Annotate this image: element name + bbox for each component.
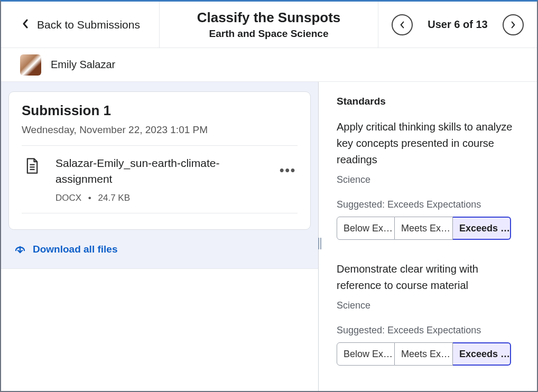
rating-button[interactable]: Meets Ex… bbox=[395, 217, 453, 240]
course-name: Earth and Space Science bbox=[209, 28, 329, 40]
standards-panel: Standards Apply critical thinking skills… bbox=[318, 82, 537, 391]
file-more-actions-button[interactable]: ••• bbox=[280, 155, 298, 178]
student-name: Emily Salazar bbox=[51, 59, 115, 71]
submission-title: Submission 1 bbox=[22, 102, 298, 119]
download-all-label: Download all files bbox=[33, 244, 117, 255]
next-user-button[interactable] bbox=[503, 14, 524, 35]
file-row[interactable]: Salazar-Emily_sun-earth-climate-assignme… bbox=[22, 145, 298, 213]
top-bar: Back to Submissions Classify the Sunspot… bbox=[1, 2, 537, 48]
back-label: Back to Submissions bbox=[37, 18, 140, 31]
rating-button-group: Below Ex…Meets Ex…Exceeds … bbox=[337, 342, 519, 366]
download-all-files-link[interactable]: Download all files bbox=[8, 230, 311, 268]
standards-heading: Standards bbox=[337, 96, 519, 107]
standard-suggested: Suggested: Exceeds Expectations bbox=[337, 199, 519, 210]
avatar bbox=[20, 54, 41, 76]
assignment-title: Classify the Sunspots bbox=[197, 10, 341, 26]
download-icon bbox=[14, 242, 26, 257]
standard-description: Demonstrate clear writing with reference… bbox=[337, 261, 519, 294]
file-size: 24.7 KB bbox=[98, 193, 131, 203]
standard-item: Demonstrate clear writing with reference… bbox=[337, 261, 519, 366]
standard-subject: Science bbox=[337, 300, 519, 311]
file-name: Salazar-Emily_sun-earth-climate-assignme… bbox=[55, 155, 267, 188]
file-meta: Salazar-Emily_sun-earth-climate-assignme… bbox=[55, 155, 267, 203]
rating-button[interactable]: Exceeds … bbox=[453, 217, 511, 240]
back-to-submissions-link[interactable]: Back to Submissions bbox=[1, 2, 160, 48]
user-position-label: User 6 of 13 bbox=[428, 18, 487, 31]
standard-item: Apply critical thinking skills to analyz… bbox=[337, 119, 519, 240]
student-header-row: Emily Salazar bbox=[1, 48, 537, 82]
document-icon bbox=[22, 155, 43, 174]
assignment-title-block: Classify the Sunspots Earth and Space Sc… bbox=[160, 2, 378, 48]
rating-button[interactable]: Below Ex… bbox=[337, 217, 395, 240]
submission-panel: Submission 1 Wednesday, November 22, 202… bbox=[1, 82, 318, 391]
chevron-left-icon bbox=[22, 18, 29, 31]
rating-button[interactable]: Meets Ex… bbox=[395, 342, 453, 366]
panel-resize-handle[interactable] bbox=[318, 237, 321, 250]
user-pager: User 6 of 13 bbox=[378, 2, 537, 48]
file-subinfo: DOCX • 24.7 KB bbox=[55, 193, 267, 203]
submission-card: Submission 1 Wednesday, November 22, 202… bbox=[8, 91, 311, 230]
submission-date: Wednesday, November 22, 2023 1:01 PM bbox=[22, 124, 298, 136]
rating-button[interactable]: Below Ex… bbox=[337, 342, 395, 366]
rating-button[interactable]: Exceeds … bbox=[453, 342, 511, 366]
separator-dot: • bbox=[88, 193, 91, 203]
previous-user-button[interactable] bbox=[392, 14, 413, 35]
rating-button-group: Below Ex…Meets Ex…Exceeds … bbox=[337, 217, 519, 240]
standard-subject: Science bbox=[337, 174, 519, 185]
standard-suggested: Suggested: Exceeds Expectations bbox=[337, 325, 519, 336]
file-type: DOCX bbox=[55, 193, 81, 203]
standard-description: Apply critical thinking skills to analyz… bbox=[337, 119, 519, 168]
